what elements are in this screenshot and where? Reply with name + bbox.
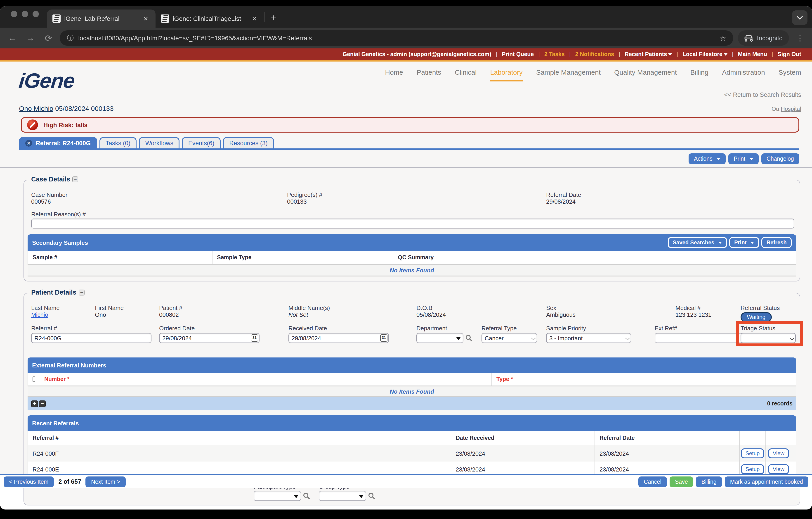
column-date-received[interactable]: Date Received: [451, 431, 595, 445]
date-received-cell: 23/08/2024: [451, 445, 595, 462]
save-button[interactable]: Save: [670, 476, 693, 487]
caret-down-icon: [294, 495, 298, 498]
separator: |: [676, 51, 678, 57]
calendar-icon[interactable]: 31: [380, 334, 387, 342]
nav-administration[interactable]: Administration: [722, 68, 765, 81]
participant-type-select[interactable]: [254, 491, 301, 501]
add-row-button[interactable]: +: [31, 400, 38, 407]
nav-billing[interactable]: Billing: [690, 68, 708, 81]
tasks-link[interactable]: 2 Tasks: [544, 51, 565, 57]
recent-referrals-columns: Referral # Date Received Referral Date: [28, 431, 796, 445]
search-icon[interactable]: [303, 492, 310, 499]
nav-clinical[interactable]: Clinical: [455, 68, 477, 81]
nav-patients[interactable]: Patients: [417, 68, 441, 81]
close-window-icon[interactable]: [11, 11, 17, 17]
ou-hospital-link[interactable]: Hospital: [781, 106, 801, 112]
refresh-button[interactable]: Refresh: [762, 237, 792, 248]
close-tab-icon[interactable]: ✕: [142, 14, 150, 23]
forward-icon[interactable]: →: [24, 33, 37, 43]
received-date-input[interactable]: [288, 333, 389, 343]
minimize-window-icon[interactable]: [22, 11, 28, 17]
column-sample-type[interactable]: Sample Type: [212, 251, 393, 264]
browser-tab-clinical-triage[interactable]: iGene: ClinicalTriageList ✕: [155, 9, 264, 28]
print-queue-link[interactable]: Print Queue: [502, 51, 534, 57]
window-controls[interactable]: [8, 6, 47, 28]
browser-menu-icon[interactable]: ⋮: [793, 33, 807, 43]
ext-ref-input[interactable]: [655, 333, 743, 343]
tab-workflows[interactable]: Workflows: [139, 137, 180, 148]
nav-quality-management[interactable]: Quality Management: [614, 68, 677, 81]
view-button[interactable]: View: [768, 448, 789, 458]
group-type-select[interactable]: [319, 491, 366, 501]
changelog-button[interactable]: Changelog: [761, 154, 799, 164]
patient-dob-id: 05/08/2024 000133: [55, 105, 114, 112]
actions-button[interactable]: Actions: [689, 154, 726, 164]
referral-no-cell: R24-000F: [28, 445, 451, 462]
column-referral-no[interactable]: Referral #: [28, 431, 451, 445]
setup-button[interactable]: Setup: [741, 448, 764, 458]
print-button[interactable]: Print: [728, 154, 758, 164]
tab-label: Resources (3): [229, 140, 268, 146]
patient-name-link[interactable]: Ono Michio: [19, 105, 53, 112]
tab-search-chevron-icon[interactable]: [792, 10, 808, 25]
caret-down-icon: [749, 158, 753, 160]
print-samples-button[interactable]: Print: [729, 237, 759, 248]
column-number[interactable]: Number *: [40, 373, 492, 385]
column-sample-no[interactable]: Sample #: [28, 251, 212, 264]
column-qc-summary[interactable]: QC Summary: [393, 251, 764, 264]
cancel-button[interactable]: Cancel: [638, 476, 667, 487]
saved-searches-button[interactable]: Saved Searches: [668, 237, 727, 248]
department-select[interactable]: [416, 333, 463, 343]
tab-events[interactable]: Events(6): [182, 137, 221, 148]
tab-resources[interactable]: Resources (3): [223, 137, 274, 148]
search-icon[interactable]: [465, 334, 472, 342]
referral-type-label: Referral Type: [482, 325, 537, 332]
sample-priority-select[interactable]: 3 - Important: [546, 333, 631, 343]
bookmark-star-icon[interactable]: ☆: [720, 34, 726, 42]
calendar-icon[interactable]: 31: [251, 334, 258, 342]
table-row: R24-000F 23/08/2024 23/08/2024 Setup Vie…: [28, 445, 796, 462]
mark-appointment-button[interactable]: Mark as appointment booked: [725, 476, 808, 487]
browser-tab-lab-referral[interactable]: iGene: Lab Referral ✕: [47, 9, 155, 28]
remove-row-button[interactable]: −: [39, 400, 46, 407]
collapse-icon[interactable]: −: [72, 176, 79, 182]
last-name-link[interactable]: Michio: [31, 311, 48, 318]
next-item-button[interactable]: Next Item >: [86, 476, 126, 487]
new-tab-button[interactable]: +: [264, 12, 283, 28]
view-button[interactable]: View: [768, 464, 789, 474]
ordered-date-input[interactable]: [159, 333, 260, 343]
main-menu-link[interactable]: Main Menu: [738, 51, 767, 57]
address-bar[interactable]: ⓘ localhost:8080/App/App.html?locale=sv_…: [60, 30, 733, 46]
referral-reasons-input[interactable]: [31, 219, 794, 228]
nav-home[interactable]: Home: [385, 68, 403, 81]
notifications-link[interactable]: 2 Notifications: [575, 51, 614, 57]
previous-item-button[interactable]: < Previous Item: [4, 476, 54, 487]
select-all-checkbox[interactable]: [28, 373, 40, 385]
column-referral-date[interactable]: Referral Date: [595, 431, 740, 445]
back-icon[interactable]: ←: [5, 33, 19, 43]
collapse-icon[interactable]: −: [79, 289, 85, 295]
close-tab-icon[interactable]: ✕: [250, 14, 259, 23]
search-icon[interactable]: [368, 492, 375, 499]
tab-tasks[interactable]: Tasks (0): [99, 137, 137, 148]
tab-label: Tasks (0): [106, 140, 130, 146]
main-nav: Home Patients Clinical Laboratory Sample…: [385, 68, 801, 81]
recent-patients-menu[interactable]: Recent Patients: [625, 51, 672, 57]
referral-no-input[interactable]: [31, 333, 151, 343]
referral-type-select[interactable]: Cancer: [482, 333, 537, 343]
nav-laboratory[interactable]: Laboratory: [490, 68, 522, 81]
column-type[interactable]: Type *: [492, 373, 790, 385]
maximize-window-icon[interactable]: [33, 11, 39, 17]
setup-button[interactable]: Setup: [741, 464, 764, 474]
sign-out-link[interactable]: Sign Out: [778, 51, 801, 57]
nav-sample-management[interactable]: Sample Management: [536, 68, 601, 81]
site-info-icon[interactable]: ⓘ: [67, 34, 74, 42]
local-filestore-menu[interactable]: Local Filestore: [683, 51, 727, 57]
return-to-search-link[interactable]: << Return to Search Results: [724, 91, 801, 98]
tab-referral[interactable]: ✕ Referral: R24-000G: [19, 137, 97, 148]
billing-button[interactable]: Billing: [696, 476, 722, 487]
nav-system[interactable]: System: [779, 68, 801, 81]
reload-icon[interactable]: ⟳: [41, 33, 55, 43]
close-referral-tab-icon[interactable]: ✕: [25, 140, 32, 146]
patient-no-value: 000802: [159, 311, 182, 318]
